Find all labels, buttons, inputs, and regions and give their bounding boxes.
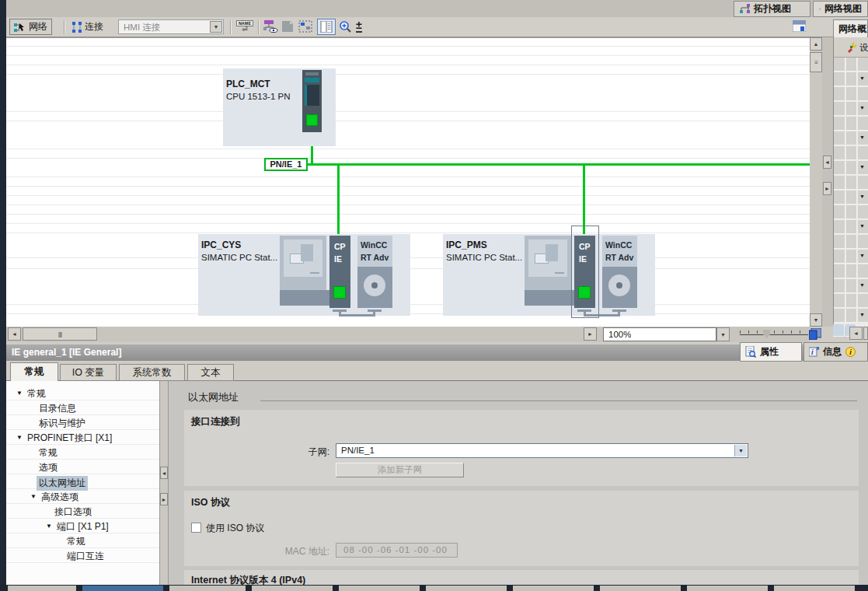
overview-row[interactable]: ▼ [834, 102, 868, 117]
tab-general[interactable]: 常规 [10, 362, 58, 381]
tree-item-options[interactable]: 选项 [6, 460, 159, 474]
taskbar-item[interactable] [426, 586, 507, 591]
taskbar-item[interactable] [8, 586, 76, 591]
subnet-combo-arrow[interactable]: ▼ [734, 445, 747, 456]
tab-properties[interactable]: 属性 [740, 342, 802, 362]
subnet-trunk-line[interactable] [306, 163, 810, 166]
taskbar-item[interactable] [774, 586, 855, 591]
tree-item-if-general[interactable]: 常规 [6, 445, 159, 460]
scroll-up-button[interactable]: ▲ [810, 37, 822, 51]
overview-row[interactable]: ▼ [834, 279, 868, 294]
expand-arrow-icon[interactable]: ▼ [859, 135, 865, 140]
scroll-left-button[interactable]: ◄ [8, 327, 21, 341]
tree-collapse-left-button[interactable]: ◄ [160, 467, 168, 479]
expand-arrow-icon[interactable]: ▼ [859, 75, 865, 81]
tab-system-constants[interactable]: 系统常数 [119, 364, 185, 381]
overview-row[interactable] [834, 264, 868, 279]
plc-port[interactable] [306, 114, 318, 126]
zoom-slider[interactable] [740, 330, 808, 339]
overview-splitter[interactable]: ◄ ► [822, 37, 833, 327]
expand-arrow-icon[interactable]: ▼ [16, 390, 23, 397]
tree-item-port-general[interactable]: 常规 [6, 533, 159, 548]
show-names-button[interactable]: NAME ⏎ [235, 19, 255, 35]
tree-collapse-right-button[interactable]: ► [160, 493, 168, 505]
expand-arrow-icon[interactable]: ▼ [30, 493, 37, 500]
overview-row[interactable] [834, 146, 868, 161]
taskbar-item[interactable] [687, 586, 768, 591]
ipc-pms-wincc-module[interactable] [602, 267, 637, 308]
ipc-pms-wincc-label[interactable]: WinCC RT Adv [602, 236, 637, 267]
expand-arrow-icon[interactable]: ▼ [859, 105, 865, 110]
overview-row[interactable]: ▼ [834, 131, 868, 146]
taskbar-item[interactable] [513, 586, 594, 591]
fit-to-window-button[interactable] [809, 328, 821, 340]
expand-arrow-icon[interactable]: ▼ [859, 312, 865, 317]
network-mode-button[interactable]: 网络 [9, 19, 52, 35]
overview-row[interactable]: ▼ [834, 220, 868, 235]
fit-grid-button[interactable] [298, 20, 312, 33]
tree-item-advanced-options[interactable]: ▼高级选项 [6, 489, 159, 504]
expand-arrow-icon[interactable]: ▼ [16, 434, 23, 441]
add-subnet-button[interactable]: 添加新子网 [336, 463, 464, 477]
network-canvas[interactable]: PN/IE_1 PLC_MCT CPU 1513-1 PN IPC_CYS SI… [6, 37, 810, 327]
expand-arrow-icon[interactable]: ▼ [859, 194, 865, 199]
ipc-cys-port[interactable] [333, 286, 346, 299]
splitter-collapse-right-button[interactable]: ► [823, 182, 831, 195]
taskbar-item[interactable] [339, 586, 420, 591]
tree-item-interface-options[interactable]: 接口选项 [6, 504, 159, 519]
taskbar-item[interactable] [600, 586, 681, 591]
overview-row[interactable] [834, 176, 868, 191]
tree-item-catalog-info[interactable]: 目录信息 [6, 400, 159, 415]
zoom-level-combobox[interactable]: 100% [603, 327, 716, 341]
iso-protocol-checkbox[interactable] [191, 523, 201, 533]
taskbar-item[interactable] [169, 586, 246, 591]
zoom-button[interactable] [339, 20, 352, 33]
overview-row[interactable]: ▼ [834, 161, 868, 176]
tree-content-splitter[interactable]: ◄ ► [159, 381, 169, 585]
tree-item-identification[interactable]: 标识与维护 [6, 415, 159, 430]
overview-row[interactable]: ▼ [834, 72, 868, 87]
tree-item-general[interactable]: ▼常规 [6, 386, 159, 400]
show-addresses-button[interactable] [263, 20, 278, 33]
tab-network-view[interactable]: 网络视图 [813, 1, 868, 17]
tab-texts[interactable]: 文本 [187, 364, 234, 381]
scroll-right-button[interactable]: ► [584, 327, 597, 341]
expand-arrow-icon[interactable]: ▼ [859, 164, 865, 170]
overview-row[interactable] [834, 58, 868, 72]
page-break-button[interactable] [281, 21, 294, 32]
slider-thumb[interactable] [763, 330, 770, 338]
expand-arrow-icon[interactable]: ▼ [859, 282, 865, 288]
connection-type-combobox[interactable]: HMI 连接 ▼ [118, 19, 224, 34]
zoom-preset-button[interactable]: ± [356, 19, 362, 33]
taskbar-item[interactable] [82, 586, 163, 591]
splitter-collapse-left-button[interactable]: ◄ [823, 156, 831, 169]
scroll-down-button[interactable]: ▼ [810, 313, 822, 327]
tree-item-port[interactable]: ▼端口 [X1 P1] [6, 519, 159, 533]
expand-arrow-icon[interactable]: ▼ [859, 253, 865, 258]
overview-row[interactable] [834, 87, 868, 102]
ipc-cys-wincc-label[interactable]: WinCC RT Adv [357, 236, 392, 267]
plc-cpu-module[interactable] [302, 70, 322, 132]
subnet-combobox[interactable]: PN/IE_1 ▼ [336, 443, 748, 458]
overview-row[interactable] [834, 205, 868, 220]
overview-scroll-left-button[interactable]: ◄ [849, 327, 863, 340]
vscroll-thumb[interactable]: ≡ [810, 52, 822, 72]
overview-row[interactable]: ▼ [834, 309, 868, 323]
tree-item-ethernet-addresses[interactable]: 以太网地址 [6, 474, 159, 489]
overview-row[interactable] [834, 294, 868, 309]
overview-row[interactable] [834, 235, 868, 250]
tree-item-port-interconnection[interactable]: 端口互连 [6, 548, 159, 563]
zoom-combo-arrow[interactable]: ▼ [716, 327, 730, 341]
expand-arrow-icon[interactable]: ▼ [859, 223, 865, 229]
tab-network-overview[interactable]: 网络概览 [833, 19, 868, 37]
tab-topology-view[interactable]: 拓扑视图 [734, 1, 810, 17]
taskbar-item[interactable] [252, 586, 333, 591]
canvas-vscrollbar[interactable]: ▲ ≡ ▼ [810, 37, 822, 327]
overview-row[interactable] [834, 117, 868, 131]
connections-button[interactable]: 连接 [68, 19, 107, 35]
ipc-cys-cp-module[interactable]: CP IE [329, 236, 350, 308]
overview-row[interactable]: ▼ [834, 191, 868, 205]
overview-row[interactable]: ▼ [834, 250, 868, 264]
tab-io-tags[interactable]: IO 变量 [60, 364, 117, 381]
tree-item-profinet-interface[interactable]: ▼PROFINET接口 [X1] [6, 430, 159, 445]
